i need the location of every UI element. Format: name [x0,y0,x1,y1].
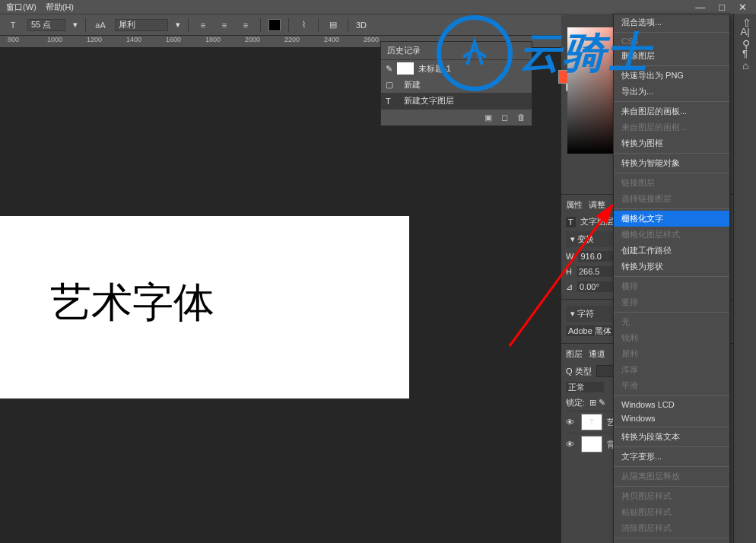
context-menu-item: 横排 [614,278,729,294]
context-menu-item[interactable]: 文字变形... [614,449,729,465]
tab-properties[interactable]: 属性 [566,199,583,211]
context-menu-item[interactable]: 混合选项... [614,14,729,30]
angle-icon: ⊿ [566,282,573,292]
trash-icon[interactable]: 🗑 [517,113,526,122]
width-input[interactable] [578,251,616,262]
maximize-icon[interactable]: □ [719,2,725,13]
tab-adjustments[interactable]: 调整 [589,199,605,211]
lock-icons[interactable]: ⊞ ✎ [589,398,605,408]
snapshot-icon[interactable]: ◻ [501,113,508,122]
context-menu-item: 无 [614,314,729,330]
layer-thumb [581,436,602,452]
context-menu-item: 锐利 [614,330,729,346]
context-menu-item[interactable]: Windows LCD [614,398,729,411]
visibility-icon[interactable]: 👁 [566,440,577,449]
align-left-icon[interactable]: ≡ [196,18,210,32]
context-menu-item: 拷贝图层样式 [614,488,729,504]
context-menu-item[interactable]: 来自图层的画板... [614,103,729,119]
angle-input[interactable] [577,281,615,292]
char-panel-icon[interactable]: ▤ [326,18,340,32]
artboard[interactable]: 艺术字体 [0,216,409,399]
divider [288,18,289,32]
new-icon: ▢ [386,80,399,90]
history-item[interactable]: ▢ 新建 [381,77,532,93]
text-color-swatch[interactable] [268,19,281,31]
menu-help[interactable]: 帮助(H) [46,2,74,13]
context-menu-item[interactable]: 转换为图框 [614,135,729,151]
ruler-tick: 1200 [87,36,102,43]
layer-context-menu: 混合选项...CSS删除图层快速导出为 PNG导出为...来自图层的画板...来… [613,14,730,543]
menu-separator [614,65,729,66]
context-menu-item[interactable]: 转换为智能对象 [614,155,729,171]
align-center-icon[interactable]: ≡ [218,18,231,32]
minimize-icon[interactable]: — [695,2,705,13]
history-tab[interactable]: 历史记录 [381,42,532,60]
context-menu-item: 无颜色 [614,540,729,543]
text-layer-icon: T [566,217,576,227]
context-menu-item: 链接图层 [614,175,729,191]
search-icon[interactable]: ⚲ [742,38,751,50]
context-menu-item: 来自图层的画框... [614,119,729,135]
ruler-tick: 800 [8,36,19,43]
menu-separator [614,312,729,313]
height-input[interactable] [577,266,615,277]
divider [85,18,86,32]
tab-channels[interactable]: 通道 [589,348,605,360]
chevron-down-icon: ▾ [570,234,577,243]
context-menu-item: 竖排 [614,294,729,310]
context-menu-item: CSS [614,34,729,48]
dropdown-icon[interactable]: ▾ [73,20,78,30]
context-menu-item: 选择链接图层 [614,191,729,207]
brush-icon: ✎ [386,64,392,74]
menu-window[interactable]: 窗口(W) [6,2,37,13]
camera-icon[interactable]: ▣ [484,113,492,122]
font-size-label: T [6,18,20,32]
context-menu-item[interactable]: 栅格化文字 [614,211,729,227]
menu-separator [614,486,729,487]
dropdown-icon[interactable]: ▾ [176,20,180,30]
visibility-icon[interactable]: 👁 [566,418,577,427]
context-menu-item[interactable]: 导出为... [614,84,729,100]
text-layer-icon: T [386,97,399,106]
tab-layers[interactable]: 图层 [566,348,583,360]
menu-separator [614,32,729,33]
menu-separator [614,395,729,396]
3d-button[interactable]: 3D [356,21,367,30]
context-menu-item[interactable]: 转换为形状 [614,259,729,275]
context-menu-item[interactable]: 快速导出为 PNG [614,68,729,84]
context-menu-item[interactable]: 创建工作路径 [614,243,729,259]
history-footer: ▣ ◻ 🗑 [381,109,532,125]
align-right-icon[interactable]: ≡ [239,18,253,32]
context-menu-item[interactable]: 转换为段落文本 [614,429,729,445]
divider [260,18,261,32]
warp-text-icon[interactable]: ⌇ [297,18,310,32]
w-label: W [566,252,573,261]
canvas-text[interactable]: 艺术字体 [50,275,214,331]
divider [348,18,348,32]
share-icon[interactable]: ⇧ [742,17,751,29]
right-edge-icons: ⇧ ⚲ ⌂ [742,17,751,71]
context-menu-item: 从隔离图层释放 [614,468,729,484]
menu-separator [614,173,729,173]
ruler-tick: 1000 [47,36,62,43]
font-size-input[interactable] [27,19,65,31]
ruler-tick: 1400 [126,36,141,43]
history-item[interactable]: T 新建文字图层 [381,93,532,109]
history-document-row[interactable]: ✎ 未标题-1 [381,60,532,77]
context-menu-item: 栅格化图层样式 [614,227,729,243]
blend-mode-select[interactable] [566,382,604,392]
history-item-label: 新建文字图层 [404,95,454,106]
history-panel: 历史记录 ✎ 未标题-1 ▢ 新建 T 新建文字图层 ▣ ◻ 🗑 [380,41,532,126]
menu-separator [614,208,729,209]
aa-select[interactable] [115,19,168,31]
context-menu-item[interactable]: Windows [614,411,729,425]
context-menu-item[interactable]: 删除图层 [614,48,729,64]
close-icon[interactable]: ✕ [739,2,747,13]
context-menu-item: 浑厚 [614,362,729,378]
home-icon[interactable]: ⌂ [742,59,751,71]
context-menu-item: 犀利 [614,346,729,362]
h-label: H [566,267,572,276]
layer-type-label: 文字图层 [580,216,614,227]
aa-label: aA [94,18,107,32]
window-controls: — □ ✕ [686,0,756,14]
